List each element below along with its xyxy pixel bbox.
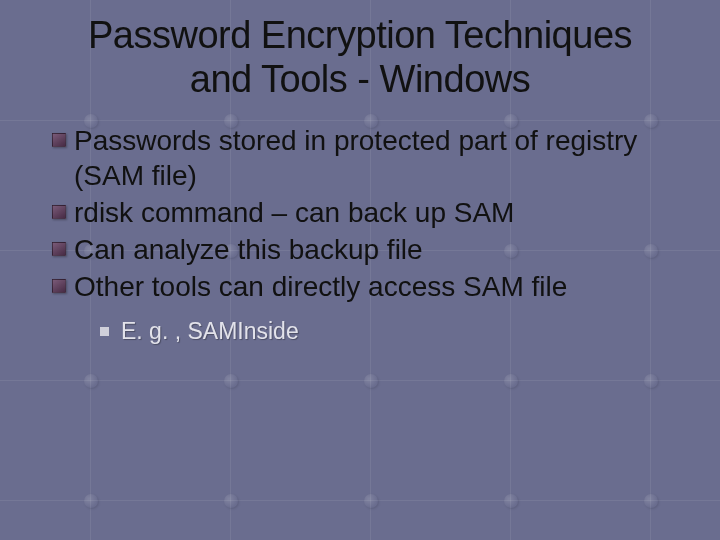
bullet-text: Other tools can directly access SAM file [74,269,567,304]
slide-title: Password Encryption Techniques and Tools… [0,0,720,101]
title-line-2: and Tools - Windows [190,58,530,100]
bullet-text: rdisk command – can back up SAM [74,195,514,230]
list-item: Can analyze this backup file [52,232,692,267]
list-item: Other tools can directly access SAM file [52,269,692,304]
sub-bullet-icon [100,327,109,336]
title-line-1: Password Encryption Techniques [88,14,632,56]
bullet-icon [52,242,66,256]
bullet-icon [52,279,66,293]
slide-body: Passwords stored in protected part of re… [0,101,720,345]
bullet-text: Can analyze this backup file [74,232,423,267]
list-item: E. g. , SAMInside [100,318,692,345]
list-item: Passwords stored in protected part of re… [52,123,692,193]
list-item: rdisk command – can back up SAM [52,195,692,230]
bullet-text: Passwords stored in protected part of re… [74,123,692,193]
bullet-icon [52,133,66,147]
bullet-icon [52,205,66,219]
slide: Password Encryption Techniques and Tools… [0,0,720,540]
sub-bullet-text: E. g. , SAMInside [121,318,299,345]
